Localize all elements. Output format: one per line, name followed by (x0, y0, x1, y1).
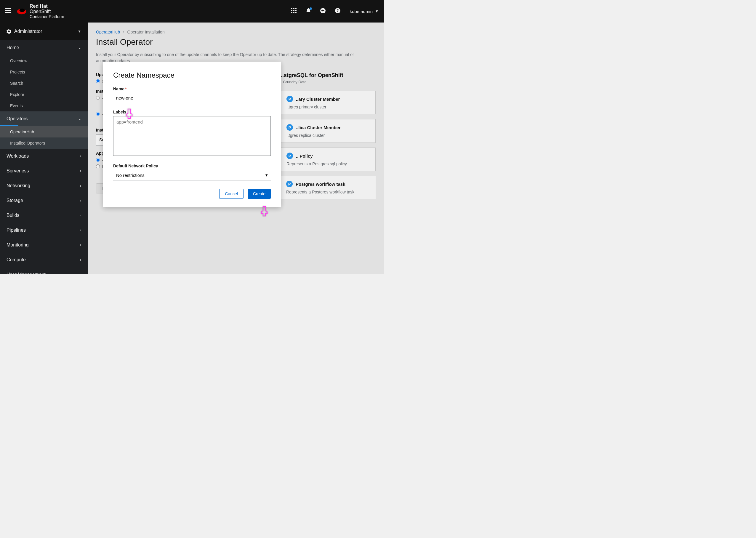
modal-overlay: Create Namespace Name* Labels Default Ne… (0, 0, 384, 274)
modal-create-button[interactable]: Create (248, 189, 271, 199)
caret-down-icon: ▾ (265, 172, 268, 178)
create-namespace-modal: Create Namespace Name* Labels Default Ne… (103, 62, 281, 207)
network-policy-select[interactable]: No restrictions ▾ (113, 170, 271, 181)
name-input[interactable] (113, 93, 271, 103)
network-policy-label: Default Network Policy (113, 164, 271, 168)
name-label: Name* (113, 86, 271, 91)
modal-title: Create Namespace (113, 71, 271, 80)
labels-input[interactable] (113, 116, 271, 156)
labels-label: Labels (113, 110, 271, 114)
modal-cancel-button[interactable]: Cancel (219, 189, 243, 199)
